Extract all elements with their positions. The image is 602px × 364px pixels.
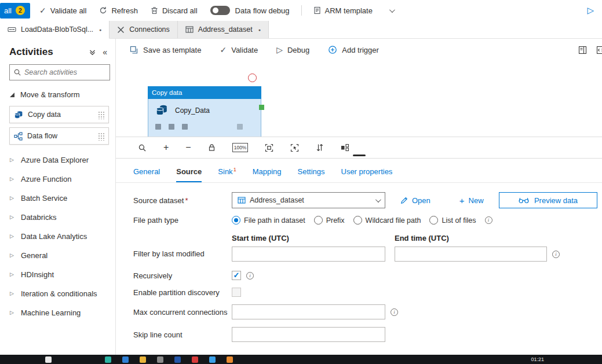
taskbar-clock: 01:21 <box>531 356 544 362</box>
group-label: Azure Function <box>21 175 71 183</box>
tab-mapping[interactable]: Mapping <box>253 167 282 182</box>
info-icon[interactable] <box>391 308 398 316</box>
zoom-to-fit-icon[interactable] <box>265 144 273 152</box>
new-dataset-button[interactable]: + New <box>459 196 484 205</box>
start-time-input[interactable] <box>232 247 385 262</box>
publish-all-button[interactable]: all 2 <box>0 3 30 19</box>
info-icon[interactable] <box>246 272 254 280</box>
save-as-template-button[interactable]: Save as template <box>130 46 201 54</box>
auto-align-icon[interactable] <box>316 144 324 152</box>
source-dataset-value: Address_dataset <box>250 196 304 204</box>
lock-icon[interactable] <box>208 144 216 152</box>
tab-sink[interactable]: Sink1 <box>218 167 236 182</box>
radio-file-path-in-dataset[interactable]: File path in dataset <box>232 216 305 225</box>
open-dataset-button[interactable]: Open <box>400 196 430 205</box>
top-toolbar: all 2 ✓ Validate all Refresh Discard all… <box>0 0 602 21</box>
activity-item-copy-data[interactable]: Copy data <box>9 106 109 123</box>
zoom-in-icon[interactable]: + <box>163 143 169 152</box>
drag-handle-icon[interactable] <box>98 111 104 119</box>
radio-wildcard-file-path[interactable]: Wildcard file path <box>353 216 421 225</box>
zoom-out-icon[interactable]: − <box>185 143 191 152</box>
refresh-label: Refresh <box>111 6 138 15</box>
taskbar-app-icon[interactable] <box>227 356 233 363</box>
output-connector[interactable] <box>259 105 264 110</box>
collapse-all-icon[interactable] <box>89 49 96 56</box>
activity-action-icon[interactable] <box>155 124 161 130</box>
taskbar-app-icon[interactable] <box>122 356 129 363</box>
group-machine-learning[interactable]: ▷Machine Learning <box>0 303 115 322</box>
multi-select-icon[interactable] <box>290 144 299 152</box>
tab-general[interactable]: General <box>133 167 160 182</box>
collapse-panel-icon[interactable]: « <box>103 48 107 56</box>
drag-handle-icon[interactable] <box>98 132 104 141</box>
taskbar-app-icon[interactable] <box>174 356 181 363</box>
debug-button[interactable]: ▷ Debug <box>276 46 309 54</box>
group-label: Azure Data Explorer <box>21 156 89 164</box>
group-move-and-transform[interactable]: Move & transform <box>0 85 115 104</box>
radio-prefix[interactable]: Prefix <box>314 216 345 225</box>
group-hdinsight[interactable]: ▷HDInsight <box>0 265 115 284</box>
panel-resize-handle[interactable] <box>353 155 366 156</box>
partition-discovery-checkbox[interactable] <box>232 288 241 297</box>
tab-settings[interactable]: Settings <box>298 167 325 182</box>
activity-item-data-flow[interactable]: Data flow <box>9 127 109 145</box>
radio-icon <box>353 216 362 225</box>
arm-template-label: ARM template <box>325 6 373 15</box>
run-icon[interactable]: ▷ <box>587 5 594 16</box>
copy-activity-node[interactable]: Copy data Copy_Data <box>148 86 261 137</box>
activity-action-icon[interactable] <box>182 124 188 130</box>
group-iteration-conditionals[interactable]: ▷Iteration & conditionals <box>0 284 115 303</box>
group-azure-data-explorer[interactable]: ▷Azure Data Explorer <box>0 150 115 170</box>
zoom-reset-button[interactable]: 100% <box>232 143 249 152</box>
validate-button[interactable]: ✓ Validate <box>220 46 258 54</box>
tab-label: Sink <box>218 167 232 176</box>
recursively-checkbox[interactable]: ✓ <box>232 271 241 280</box>
taskbar-app-icon[interactable] <box>45 356 52 363</box>
source-dataset-select[interactable]: Address_dataset <box>232 192 385 208</box>
max-concurrent-connections-input[interactable] <box>232 304 385 319</box>
collapsed-chevron-icon: ▷ <box>10 291 16 296</box>
code-view-icon[interactable] <box>596 46 602 54</box>
activity-action-icon[interactable] <box>237 124 243 130</box>
taskbar-app-icon[interactable] <box>140 356 146 363</box>
tab-user-properties[interactable]: User properties <box>341 167 393 182</box>
taskbar-app-icon[interactable] <box>192 356 198 363</box>
discard-all-button[interactable]: Discard all <box>151 6 198 15</box>
add-trigger-button[interactable]: Add trigger <box>328 45 379 54</box>
group-azure-function[interactable]: ▷Azure Function <box>0 170 115 189</box>
end-time-input[interactable] <box>395 247 547 262</box>
tab-address-dataset[interactable]: Address_dataset ● <box>178 21 269 38</box>
group-batch-service[interactable]: ▷Batch Service <box>0 189 115 208</box>
group-general[interactable]: ▷General <box>0 246 115 265</box>
properties-panel-icon[interactable] <box>578 46 587 54</box>
arm-template-button[interactable]: ARM template <box>313 6 393 15</box>
taskbar-app-icon[interactable] <box>157 356 163 363</box>
preview-data-button[interactable]: Preview data <box>499 192 597 208</box>
group-databricks[interactable]: ▷Databricks <box>0 208 115 227</box>
refresh-button[interactable]: Refresh <box>99 6 138 15</box>
search-icon[interactable] <box>138 144 147 152</box>
radio-list-of-files[interactable]: List of files <box>429 216 476 225</box>
search-activities-input[interactable] <box>24 68 106 76</box>
info-icon[interactable] <box>552 251 560 258</box>
canvas-zoom-toolbar: + − 100% <box>116 137 602 159</box>
taskbar-app-icon[interactable] <box>105 356 111 363</box>
data-flow-debug-toggle[interactable] <box>210 6 230 15</box>
tab-source[interactable]: Source <box>176 167 202 182</box>
copy-data-icon <box>14 111 23 119</box>
group-data-lake-analytics[interactable]: ▷Data Lake Analytics <box>0 227 115 246</box>
tab-connections[interactable]: Connections <box>110 21 178 38</box>
tab-pipeline-loaddata[interactable]: LoadData-BlobToSql... ● <box>0 21 110 39</box>
taskbar-app-icon[interactable] <box>209 356 216 363</box>
collapsed-chevron-icon: ▷ <box>10 310 16 315</box>
layout-icon[interactable] <box>341 144 349 152</box>
pipeline-canvas[interactable]: Copy data Copy_Data <box>116 61 602 137</box>
skip-line-count-input[interactable] <box>232 327 385 342</box>
end-time-header: End time (UTC) <box>395 234 449 242</box>
checkmark-icon: ✓ <box>220 46 227 54</box>
sink-warning-badge: 1 <box>233 167 236 172</box>
activity-action-icon[interactable] <box>169 124 174 130</box>
source-dataset-label: Source dataset* <box>133 196 232 205</box>
info-icon[interactable] <box>485 216 492 224</box>
validate-all-button[interactable]: ✓ Validate all <box>39 6 86 15</box>
